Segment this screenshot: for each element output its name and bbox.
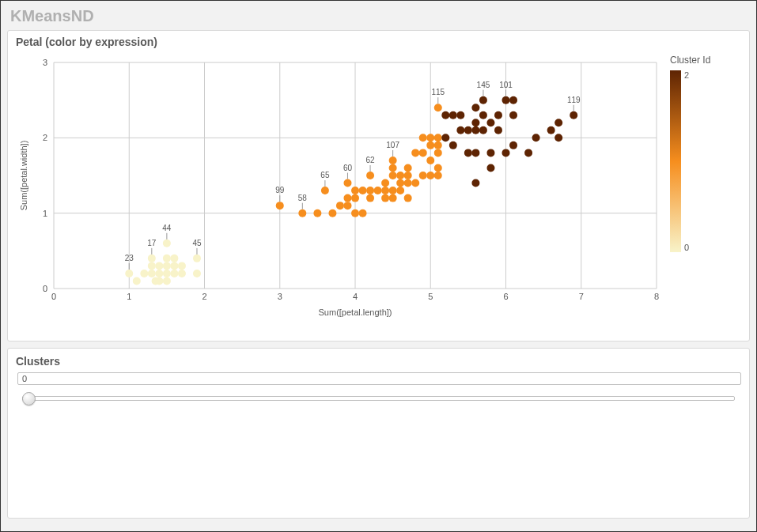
data-point[interactable] [381,187,389,194]
data-point[interactable] [570,111,577,119]
scatter-chart[interactable]: 0123456780123Sum([petal.length])Sum([pet… [16,51,670,328]
data-point[interactable] [163,277,171,285]
data-point[interactable] [404,164,412,172]
data-point[interactable] [494,111,502,119]
data-point[interactable] [313,209,321,217]
data-point[interactable] [434,134,442,141]
data-point[interactable] [359,209,367,217]
data-point[interactable] [547,126,555,134]
data-point[interactable] [502,149,510,157]
data-point[interactable] [449,111,457,119]
data-point[interactable] [170,255,178,262]
data-point[interactable] [140,270,148,277]
data-point[interactable] [396,179,404,187]
data-point[interactable] [411,179,419,187]
data-point[interactable] [464,149,472,157]
data-point[interactable] [343,194,351,202]
data-point[interactable] [389,194,397,202]
data-point[interactable] [343,179,351,187]
data-point[interactable] [426,172,434,179]
data-point[interactable] [426,157,434,164]
data-point[interactable] [155,262,163,270]
data-point[interactable] [479,111,487,119]
data-point[interactable] [404,194,412,202]
data-point[interactable] [321,187,329,194]
data-point[interactable] [366,172,374,179]
data-point[interactable] [434,104,442,111]
data-point[interactable] [464,126,472,134]
data-point[interactable] [479,96,487,104]
data-point[interactable] [471,126,479,134]
data-point[interactable] [456,111,464,119]
data-point[interactable] [328,209,336,217]
data-point[interactable] [125,270,133,277]
data-point[interactable] [389,187,397,194]
data-point[interactable] [434,141,442,149]
data-point[interactable] [419,172,427,179]
data-point[interactable] [163,255,171,262]
clusters-slider[interactable] [22,390,735,406]
data-point[interactable] [419,149,427,157]
data-point[interactable] [471,104,479,111]
data-point[interactable] [276,202,284,209]
data-point[interactable] [524,149,532,157]
data-point[interactable] [359,187,367,194]
data-point[interactable] [193,255,201,262]
data-point[interactable] [404,179,412,187]
data-point[interactable] [434,172,442,179]
data-point[interactable] [178,262,186,270]
data-point[interactable] [471,119,479,126]
data-point[interactable] [449,141,457,149]
data-point[interactable] [170,262,178,270]
data-point[interactable] [148,255,156,262]
data-point[interactable] [396,187,404,194]
data-point[interactable] [389,172,397,179]
data-point[interactable] [193,270,201,277]
data-point[interactable] [163,270,171,277]
data-point[interactable] [456,126,464,134]
slider-track[interactable] [22,396,735,401]
data-point[interactable] [351,187,359,194]
data-point[interactable] [411,149,419,157]
data-point[interactable] [532,134,540,141]
data-point[interactable] [351,209,359,217]
data-point[interactable] [509,96,517,104]
data-point[interactable] [396,172,404,179]
data-point[interactable] [555,134,562,141]
data-point[interactable] [343,202,351,209]
data-point[interactable] [133,277,141,285]
data-point[interactable] [389,157,397,164]
data-point[interactable] [441,134,449,141]
data-point[interactable] [178,270,186,277]
data-point[interactable] [381,194,389,202]
data-point[interactable] [434,164,442,172]
data-point[interactable] [336,202,344,209]
data-point[interactable] [419,134,427,141]
data-point[interactable] [298,209,306,217]
data-point[interactable] [163,262,171,270]
data-point[interactable] [351,194,359,202]
data-point[interactable] [426,141,434,149]
data-point[interactable] [366,187,374,194]
data-point[interactable] [509,111,517,119]
data-point[interactable] [155,277,163,285]
data-point[interactable] [366,194,374,202]
slider-thumb[interactable] [22,392,36,406]
data-point[interactable] [389,164,397,172]
data-point[interactable] [148,262,156,270]
data-point[interactable] [471,179,479,187]
data-point[interactable] [426,134,434,141]
data-point[interactable] [555,119,562,126]
data-point[interactable] [441,111,449,119]
data-point[interactable] [486,149,494,157]
data-point[interactable] [381,179,389,187]
data-point[interactable] [502,96,510,104]
data-point[interactable] [148,270,156,277]
data-point[interactable] [404,172,412,179]
data-point[interactable] [486,164,494,172]
data-point[interactable] [479,126,487,134]
data-point[interactable] [374,187,382,194]
data-point[interactable] [494,126,502,134]
data-point[interactable] [509,141,517,149]
data-point[interactable] [155,270,163,277]
